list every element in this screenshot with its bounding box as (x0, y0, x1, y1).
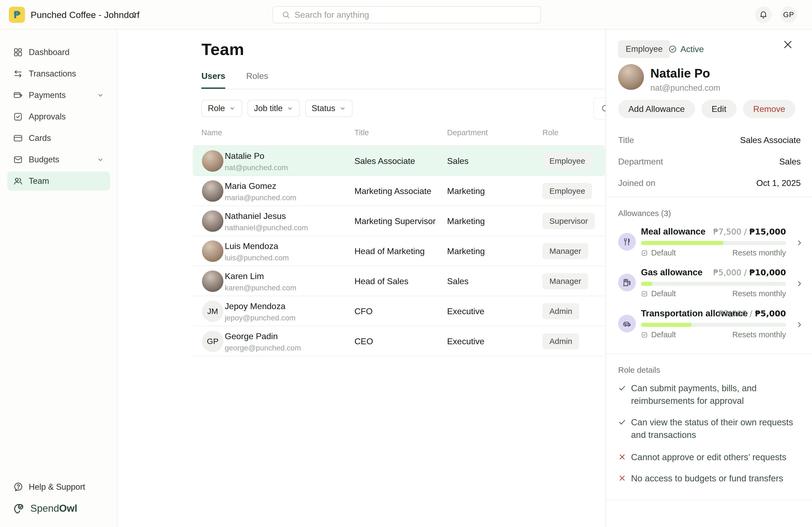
notifications-button[interactable] (755, 6, 772, 23)
chevron-right-icon[interactable] (795, 239, 803, 247)
company-name: Punched Coffee - Johndorf (31, 0, 140, 30)
progress-fill (641, 282, 653, 286)
avatar (202, 180, 223, 202)
role-badge: Employee (618, 40, 670, 58)
brand-text: SpendOwl (30, 503, 77, 514)
allowance-row-gas[interactable]: Gas allowance ₱5,000 / ₱10,000 Default R… (606, 267, 812, 302)
role-badge: Manager (542, 243, 588, 259)
approvals-icon (13, 112, 23, 122)
sidebar-label: Approvals (29, 112, 66, 122)
cell-department: Executive (447, 306, 484, 316)
default-tag-icon (641, 331, 648, 338)
company-switcher-icon[interactable] (129, 10, 139, 19)
cell-title: Sales Associate (354, 156, 415, 166)
status-badge: Active (668, 40, 704, 58)
default-tag-icon (641, 250, 648, 257)
sidebar: Dashboard Transactions Payments Approval… (0, 30, 117, 527)
allowance-meta: Default Resets monthly (641, 289, 786, 298)
avatar (618, 64, 644, 90)
user-email: luis@punched.com (225, 254, 289, 262)
role-badge: Employee (542, 153, 592, 169)
user-email: maria@punched.com (225, 194, 296, 202)
sidebar-label: Transactions (29, 69, 76, 79)
transactions-icon (13, 69, 23, 79)
remove-button[interactable]: Remove (743, 100, 795, 118)
user-name: Natalie Po (650, 66, 710, 80)
user-name: Natalie Po (225, 151, 288, 161)
table-row[interactable]: Natalie Po nat@punched.com Sales Associa… (193, 146, 605, 176)
allowance-row-meal[interactable]: Meal allowance ₱7,500 / ₱15,000 Default … (606, 226, 812, 261)
progress-fill (641, 323, 692, 327)
owl-logo-icon (13, 502, 25, 514)
user-name: Luis Mendoza (225, 241, 289, 251)
allowance-amounts: ₱3,000 / ₱5,000 (719, 309, 786, 318)
tab-roles[interactable]: Roles (246, 71, 268, 89)
sidebar-item-payments[interactable]: Payments (7, 86, 110, 105)
cell-department: Marketing (447, 216, 485, 226)
divider (606, 500, 812, 500)
topbar: ₱ Punched Coffee - Johndorf GP (0, 0, 812, 30)
cell-department: Sales (447, 276, 468, 286)
user-email: nat@punched.com (225, 163, 288, 172)
sidebar-label: Dashboard (29, 47, 70, 57)
add-allowance-button[interactable]: Add Allowance (618, 100, 695, 118)
permission-item: Cannot approve or edit others’ requests (618, 451, 795, 463)
edit-button[interactable]: Edit (701, 100, 737, 118)
cell-title: CEO (354, 336, 373, 346)
avatar (202, 210, 223, 232)
cell-title: Head of Marketing (354, 246, 424, 256)
sidebar-item-transactions[interactable]: Transactions (7, 64, 110, 84)
help-icon (13, 482, 23, 492)
search-input[interactable] (294, 10, 531, 20)
role-badge: Employee (542, 183, 592, 199)
allowance-name: Gas allowance (641, 267, 702, 277)
role-filter[interactable]: Role (201, 100, 242, 117)
role-badge: Admin (542, 303, 579, 319)
budgets-icon (13, 155, 23, 165)
allowance-row-transportation[interactable]: Transportation allowance ₱3,000 / ₱5,000… (606, 308, 812, 343)
sidebar-item-budgets[interactable]: Budgets (7, 150, 110, 169)
divider (606, 197, 812, 197)
role-badge: Admin (542, 333, 579, 349)
column-header-title: Title (354, 128, 369, 137)
check-icon (618, 384, 626, 392)
user-email: jepoy@punched.com (225, 314, 295, 322)
allowance-amounts: ₱5,000 / ₱10,000 (713, 268, 786, 277)
table-row[interactable]: Nathaniel Jesus nathaniel@punched.com Ma… (193, 206, 605, 236)
chevron-right-icon[interactable] (795, 280, 803, 288)
bell-icon (759, 10, 768, 19)
detail-row-title: Title Sales Associate (618, 129, 801, 151)
tab-users[interactable]: Users (201, 71, 225, 89)
chevron-right-icon[interactable] (795, 321, 803, 329)
user-name: George Padin (225, 331, 301, 341)
sidebar-item-dashboard[interactable]: Dashboard (7, 43, 110, 62)
table-row[interactable]: Maria Gomez maria@punched.com Marketing … (193, 176, 605, 206)
payments-icon (13, 90, 23, 100)
progress-bar (641, 241, 786, 245)
user-avatar[interactable]: GP (780, 6, 797, 23)
table-row[interactable]: Luis Mendoza luis@punched.com Head of Ma… (193, 236, 605, 266)
chevron-down-icon (97, 156, 104, 163)
allowance-meta: Default Resets monthly (641, 249, 786, 257)
allowance-name: Meal allowance (641, 226, 706, 237)
user-email: karen@punched.com (225, 284, 296, 292)
close-icon[interactable] (782, 39, 794, 50)
user-name: Karen Lim (225, 271, 296, 281)
user-email: george@punched.com (225, 344, 301, 352)
job-title-filter[interactable]: Job title (248, 100, 300, 117)
sidebar-item-approvals[interactable]: Approvals (7, 107, 110, 126)
help-support-link[interactable]: Help & Support (7, 477, 110, 497)
filter-bar: Role Job title Status (201, 100, 352, 117)
table-row[interactable]: Karen Lim karen@punched.com Head of Sale… (193, 266, 605, 296)
sidebar-item-team[interactable]: Team (7, 171, 110, 191)
table-row[interactable]: JM Jepoy Mendoza jepoy@punched.com CFO E… (193, 296, 605, 326)
status-filter[interactable]: Status (305, 100, 352, 117)
user-name: Nathaniel Jesus (225, 211, 308, 221)
progress-fill (641, 241, 724, 245)
allowance-meta: Default Resets monthly (641, 330, 786, 339)
meal-icon (618, 233, 636, 251)
table-row[interactable]: GP George Padin george@punched.com CEO E… (193, 326, 605, 356)
sidebar-item-cards[interactable]: Cards (7, 129, 110, 148)
chevron-down-icon (287, 105, 293, 112)
column-header-role: Role (542, 128, 559, 137)
